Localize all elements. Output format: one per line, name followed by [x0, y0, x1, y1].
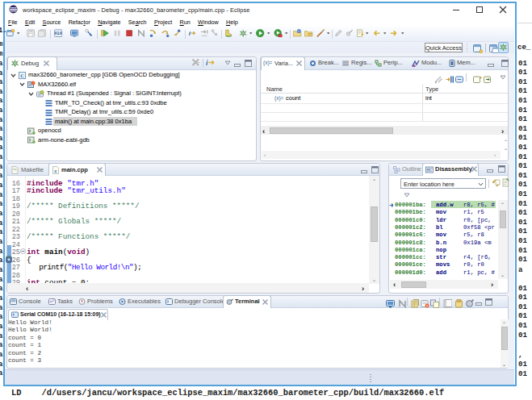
svg-text:i: i	[206, 59, 208, 67]
svg-text:i: i	[189, 30, 191, 37]
svg-text:010: 010	[54, 31, 61, 35]
svg-text:C: C	[20, 73, 24, 78]
